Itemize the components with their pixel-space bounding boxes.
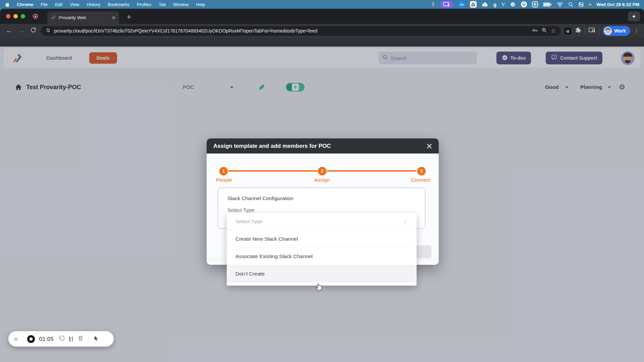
option-label: Create New Slack Channel	[235, 236, 298, 242]
forward-button[interactable]: →	[17, 27, 25, 35]
microphone-icon[interactable]	[431, 1, 435, 8]
zoom-in-icon[interactable]	[541, 27, 547, 35]
macos-menubar: Chrome File Edit View History Bookmarks …	[0, 0, 644, 9]
toolbar-divider	[585, 27, 585, 34]
screen-share-icon[interactable]	[440, 1, 453, 8]
select-type-dropdown: Select Type ✓ Create New Slack Channel A…	[227, 213, 417, 286]
option-label: Associate Existing Slack Channel	[235, 253, 313, 259]
tab-sparkle-button[interactable]	[628, 11, 640, 21]
toolbar-divider	[599, 27, 599, 34]
step-1-circle: 1	[219, 167, 228, 175]
window-minimize-button[interactable]	[13, 14, 18, 18]
modal-title: Assign template and add members for POC	[213, 143, 331, 149]
password-key-icon[interactable]	[532, 27, 538, 35]
dropdown-option-create-new[interactable]: Create New Slack Channel	[227, 230, 417, 248]
chrome-menu-icon[interactable]: ⋮	[634, 27, 639, 35]
recording-timer: 01:05	[39, 336, 54, 342]
cloud-icon[interactable]	[482, 1, 488, 8]
menubar-item-chrome[interactable]: Chrome	[17, 2, 33, 7]
zoom-app-icon[interactable]: zm	[459, 1, 465, 8]
menubar-item-profiles[interactable]: Profiles	[137, 2, 151, 7]
profile-label: Work	[614, 28, 626, 34]
extension-u-icon[interactable]: u	[564, 27, 571, 35]
menubar-item-history[interactable]: History	[87, 2, 100, 7]
mouse-cursor-hand	[315, 282, 323, 292]
back-button[interactable]: ←	[5, 27, 13, 35]
dropdown-option-dont-create[interactable]: Don’t Create	[227, 265, 417, 283]
url-text[interactable]: provarity.cloud/poc/IDsV7374bzlioT02vPQe…	[54, 28, 528, 34]
collapse-icon[interactable]: «	[14, 335, 18, 343]
menubar-item-help[interactable]: Help	[196, 2, 205, 7]
stop-record-button[interactable]	[27, 335, 35, 343]
restart-recording-icon[interactable]	[58, 335, 65, 343]
modal-header: Assign template and add members for POC	[207, 138, 439, 154]
dropdown-option-select-type[interactable]: Select Type ✓	[227, 213, 417, 230]
modal-close-icon[interactable]	[426, 143, 433, 149]
check-icon: ✓	[403, 218, 408, 225]
triangle-app-icon[interactable]	[470, 1, 477, 8]
window-close-button[interactable]	[6, 14, 10, 18]
tab-search-device-icon[interactable]	[588, 27, 596, 35]
notification-dot	[589, 3, 591, 6]
browser-toolbar: ← → provarity.cloud/poc/IDsV7374bzlioT02…	[0, 24, 644, 38]
delete-recording-icon[interactable]	[77, 335, 84, 343]
option-label: Don’t Create	[235, 271, 265, 277]
apple-menu-icon[interactable]	[5, 1, 9, 8]
step-line-2-3	[327, 170, 417, 172]
address-bar[interactable]: provarity.cloud/poc/IDsV7374bzlioT02vPQe…	[41, 26, 561, 36]
grammarly-icon[interactable]: g	[493, 1, 496, 8]
v-app-icon[interactable]: V	[501, 1, 505, 8]
tab-title: Provarity Web	[59, 15, 86, 20]
tab-strip: Provarity Web ✕ +	[0, 9, 644, 24]
option-label: Select Type	[235, 219, 263, 225]
window-zoom-button[interactable]	[21, 14, 25, 18]
spotlight-icon[interactable]	[568, 1, 573, 8]
menubar-clock[interactable]: Wed Oct 29 6:22 PM	[596, 2, 639, 7]
menubar-item-tab[interactable]: Tab	[159, 2, 166, 7]
step-3-label: Connect	[411, 177, 430, 183]
profile-avatar	[604, 27, 612, 35]
extensions-puzzle-icon[interactable]	[575, 27, 581, 35]
menubar-item-file[interactable]: File	[41, 2, 48, 7]
wifi-icon[interactable]	[557, 1, 563, 8]
screen-recorder-toolbar: « 01:05	[8, 331, 114, 347]
menubar-item-view[interactable]: View	[70, 2, 79, 7]
gear-badge-icon[interactable]	[510, 1, 516, 8]
cursor-tool-icon[interactable]	[93, 335, 99, 343]
g-circle-icon[interactable]: G	[521, 1, 527, 7]
step-3-circle: 3	[417, 167, 426, 175]
new-tab-button[interactable]: +	[127, 12, 131, 22]
onepassword-icon[interactable]	[532, 1, 538, 7]
step-2-circle: 2	[318, 167, 326, 175]
battery-icon	[543, 1, 552, 8]
step-1-label: People	[216, 177, 232, 183]
step-line-1-2	[228, 170, 318, 172]
step-2-label: Assign	[314, 177, 330, 183]
tab-close-icon[interactable]: ✕	[112, 15, 116, 20]
menubar-item-edit[interactable]: Edit	[55, 2, 62, 7]
menubar-item-bookmarks[interactable]: Bookmarks	[108, 2, 129, 7]
recording-indicator-icon[interactable]	[33, 14, 38, 19]
profile-chip[interactable]: Work	[603, 26, 630, 36]
dropdown-option-associate-existing[interactable]: Associate Existing Slack Channel	[227, 248, 417, 265]
select-type-field[interactable]: Select Type	[227, 207, 255, 213]
menubar-item-window[interactable]: Window	[173, 2, 189, 7]
tab-favicon	[51, 14, 56, 21]
bookmark-star-icon[interactable]: ☆	[551, 27, 556, 35]
site-info-icon[interactable]	[46, 28, 51, 34]
user-toggle-icon[interactable]	[578, 1, 584, 8]
recorder-divider	[88, 335, 89, 343]
reload-button[interactable]	[29, 27, 38, 35]
slack-config-title: Slack Channel Configuration	[227, 195, 293, 201]
browser-tab-provarity[interactable]: Provarity Web ✕	[47, 11, 119, 24]
recorder-divider	[22, 335, 23, 343]
pause-recording-icon[interactable]	[69, 337, 73, 342]
